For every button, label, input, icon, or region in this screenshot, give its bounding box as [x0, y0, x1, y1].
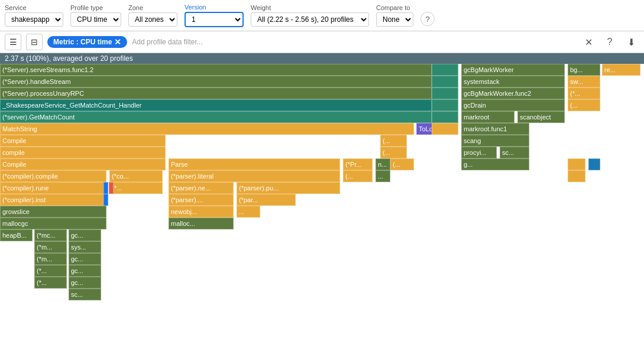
zone-dropdown-group: Zone All zones	[128, 4, 177, 27]
flame-block[interactable]: newobj...	[169, 206, 234, 218]
flame-block[interactable]: scang	[461, 135, 529, 147]
flame-block[interactable]	[432, 88, 458, 99]
flame-block[interactable]: gc...	[69, 253, 101, 265]
flamegraph-summary: 2.37 s (100%), averaged over 20 profiles	[0, 53, 644, 64]
flame-block[interactable]: mallocgc	[0, 218, 106, 229]
flame-block[interactable]: (*parser).literal	[169, 170, 340, 182]
flame-block[interactable]: (*m...	[34, 241, 67, 253]
version-select[interactable]: 1	[185, 12, 244, 27]
flame-block[interactable]: MatchString	[0, 123, 414, 135]
flame-block[interactable]: (*parser)....	[169, 194, 234, 206]
flame-block[interactable]	[103, 182, 108, 194]
filter-icon: ⊟	[31, 37, 38, 47]
flame-block[interactable]: sc...	[69, 289, 101, 300]
flame-block[interactable]: sc...	[500, 147, 529, 158]
compare-select[interactable]: None	[376, 12, 413, 27]
flame-block[interactable]: scanobject	[517, 111, 565, 123]
flame-canvas: (*Server).serveStreams.func1.2gcBgMarkWo…	[0, 64, 644, 353]
flame-block[interactable]: (...	[343, 170, 373, 182]
flame-block[interactable]: (...	[390, 158, 414, 170]
help-button[interactable]: ?	[601, 34, 618, 50]
flamegraph-area: 2.37 s (100%), averaged over 20 profiles…	[0, 53, 644, 353]
flame-block[interactable]: g...	[461, 158, 529, 170]
profile-type-label: Profile type	[70, 4, 121, 11]
flame-block[interactable]: markroot.func1	[461, 123, 529, 135]
metric-chip-label: Metric : CPU time	[53, 38, 112, 46]
flame-block[interactable]: (*compiler).inst	[0, 194, 106, 206]
flame-block[interactable]: (*...	[568, 88, 600, 99]
flame-block[interactable]: (*m...	[34, 253, 67, 265]
flame-block[interactable]: (*parser).pu...	[237, 182, 340, 194]
flame-block[interactable]: (...	[568, 99, 600, 111]
flame-block[interactable]: gcBgMarkWorker	[461, 64, 565, 76]
flame-block[interactable]: Parse	[169, 158, 340, 170]
flame-block[interactable]: gcBgMarkWorker.func2	[461, 88, 565, 99]
flame-block[interactable]: gc...	[69, 265, 101, 277]
flame-block[interactable]: (*server).GetMatchCount	[0, 111, 432, 123]
flame-block[interactable]: (*Server).handleStream	[0, 76, 432, 88]
menu-button[interactable]: ☰	[5, 34, 21, 50]
flame-block[interactable]: markroot	[461, 111, 514, 123]
flame-block[interactable]	[432, 76, 458, 88]
flame-block[interactable]: gcDrain	[461, 99, 565, 111]
flame-block[interactable]: (*...	[34, 265, 67, 277]
top-toolbar: Service shakespapp Profile type CPU time…	[0, 0, 644, 31]
flame-block[interactable]: heapB...	[0, 229, 33, 241]
flame-block[interactable]: ...	[237, 206, 260, 218]
flame-block[interactable]: ...	[376, 170, 390, 182]
flame-block[interactable]: procyi...	[461, 147, 497, 158]
flame-block[interactable]	[109, 182, 114, 194]
flame-block[interactable]: (*Server).serveStreams.func1.2	[0, 64, 432, 76]
flame-block[interactable]	[568, 170, 585, 182]
flame-block[interactable]: re...	[602, 64, 640, 76]
close-button[interactable]: ✕	[580, 34, 597, 50]
flame-block[interactable]	[103, 194, 108, 206]
zone-select[interactable]: All zones	[128, 12, 177, 27]
flame-block[interactable]	[432, 99, 458, 111]
flame-block[interactable]: (*...	[109, 182, 163, 194]
filter-button[interactable]: ⊟	[26, 34, 43, 50]
flame-block[interactable]: (*co...	[109, 170, 163, 182]
version-dropdown-group: Version 1	[185, 4, 244, 27]
flame-block[interactable]: sys...	[69, 241, 101, 253]
flame-block[interactable]	[432, 111, 458, 123]
flame-block[interactable]: gc...	[69, 229, 101, 241]
flame-block[interactable]: (*Pr...	[343, 158, 373, 170]
flame-block[interactable]: malloc...	[169, 218, 234, 229]
flame-block[interactable]: (*mc...	[34, 229, 67, 241]
metric-chip[interactable]: Metric : CPU time ✕	[47, 36, 127, 48]
flame-block[interactable]: (*...	[34, 277, 67, 289]
service-select[interactable]: shakespapp	[5, 12, 63, 27]
flame-block[interactable]: (*compiler).rune	[0, 182, 106, 194]
flame-block[interactable]	[432, 123, 458, 135]
flame-block[interactable]: bg...	[568, 64, 600, 76]
flame-block[interactable]: (*compiler).compile	[0, 170, 106, 182]
flame-block[interactable]	[588, 158, 600, 170]
flame-block[interactable]: n...	[376, 158, 390, 170]
profile-type-select[interactable]: CPU time	[70, 12, 121, 27]
filter-toolbar: ☰ ⊟ Metric : CPU time ✕ Add profile data…	[0, 31, 644, 53]
flame-block[interactable]: (...	[380, 147, 407, 158]
flame-block[interactable]: Compile	[0, 135, 166, 147]
weight-select[interactable]: All (2.22 s - 2.56 s), 20 profiles	[251, 12, 369, 27]
flame-block[interactable]: (*parser).ne...	[169, 182, 234, 194]
flame-block[interactable]: systemstack	[461, 76, 565, 88]
filter-placeholder[interactable]: Add profile data filter...	[132, 38, 575, 46]
flame-block[interactable]: gc...	[69, 277, 101, 289]
flame-block[interactable]: (*par...	[237, 194, 296, 206]
flame-block[interactable]: Compile	[0, 158, 166, 170]
flame-block[interactable]: compile	[0, 147, 166, 158]
flame-block[interactable]: sw...	[568, 76, 600, 88]
flame-block[interactable]: growslice	[0, 206, 106, 218]
flame-block[interactable]	[432, 64, 458, 76]
metric-chip-close[interactable]: ✕	[114, 38, 121, 46]
zone-label: Zone	[128, 4, 177, 11]
filter-bar-actions: ✕ ? ⬇	[580, 34, 639, 50]
topbar-help-button[interactable]: ?	[420, 12, 435, 26]
flame-block[interactable]: (...	[380, 135, 407, 147]
profile-type-dropdown-group: Profile type CPU time	[70, 4, 121, 27]
download-button[interactable]: ⬇	[623, 34, 639, 50]
flame-block[interactable]: (*Server).processUnaryRPC	[0, 88, 432, 99]
flame-block[interactable]: _ShakespeareService_GetMatchCount_Handle…	[0, 99, 432, 111]
flame-block[interactable]	[568, 158, 585, 170]
